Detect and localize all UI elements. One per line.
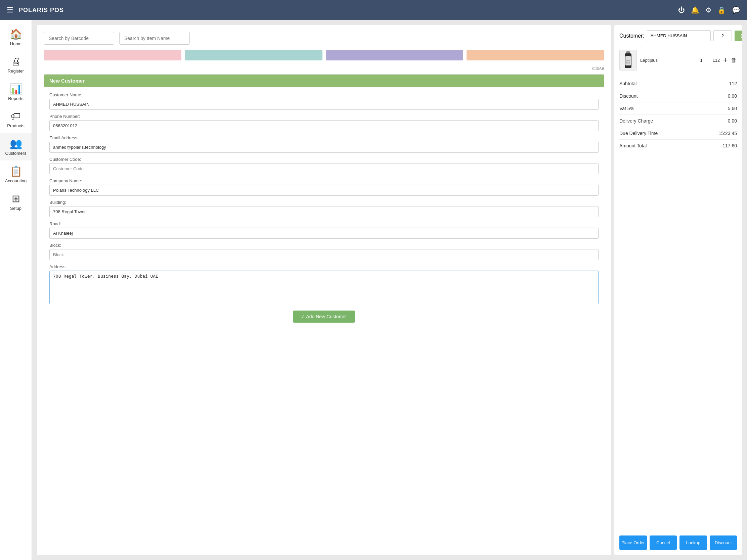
sidebar-item-setup[interactable]: ⊞ Setup xyxy=(0,188,31,216)
sidebar-item-home[interactable]: 🏠 Home xyxy=(0,24,31,51)
due-delivery-row: Due Delivery Time 15:23:45 xyxy=(619,127,737,140)
category-btn-3[interactable] xyxy=(326,50,464,60)
vat-row: Vat 5% 5.60 xyxy=(619,102,737,115)
road-group: Road: xyxy=(49,221,598,239)
product-add-icon[interactable]: + xyxy=(723,56,727,64)
register-icon: 🖨 xyxy=(11,56,21,67)
power-icon[interactable]: ⏻ xyxy=(678,6,685,14)
lock-icon[interactable]: 🔒 xyxy=(717,6,726,14)
products-icon: 🏷 xyxy=(11,110,21,122)
subtotal-label: Subtotal xyxy=(619,81,637,86)
building-input[interactable] xyxy=(49,206,598,217)
product-delete-icon[interactable]: 🗑 xyxy=(731,57,737,64)
sidebar-item-products[interactable]: 🏷 Products xyxy=(0,106,31,133)
block-group: Block: xyxy=(49,243,598,260)
company-group: Company Name: xyxy=(49,178,598,196)
edit-button[interactable]: Edit xyxy=(735,31,742,41)
left-panel: Close New Customer Customer Name: Phone … xyxy=(37,25,611,555)
right-panel: Customer: Edit LEPTI PLUS Leptiplus xyxy=(614,25,742,555)
setup-icon: ⊞ xyxy=(12,193,20,205)
svg-rect-0 xyxy=(626,51,630,53)
new-customer-form: New Customer Customer Name: Phone Number… xyxy=(44,74,604,328)
app-title: POLARIS POS xyxy=(19,7,678,14)
sidebar-item-reports[interactable]: 📊 Reports xyxy=(0,78,31,106)
road-input[interactable] xyxy=(49,228,598,239)
sidebar-item-customers[interactable]: 👥 Customers xyxy=(0,133,31,160)
main-content: Close New Customer Customer Name: Phone … xyxy=(32,20,747,560)
phone-label: Phone Number: xyxy=(49,114,598,119)
sidebar: 🏠 Home 🖨 Register 📊 Reports 🏷 Products 👥… xyxy=(0,20,32,560)
discount-row: Discount 0.00 xyxy=(619,90,737,102)
company-label: Company Name: xyxy=(49,178,598,183)
form-header: New Customer xyxy=(44,75,604,87)
email-label: Email Address: xyxy=(49,135,598,140)
place-order-button[interactable]: Place Order xyxy=(619,535,647,550)
item-search-input[interactable] xyxy=(119,32,190,45)
subtotal-row: Subtotal 112 xyxy=(619,78,737,90)
product-price: 112 xyxy=(708,58,720,63)
building-group: Building: xyxy=(49,200,598,217)
sidebar-label-setup: Setup xyxy=(10,206,22,211)
app-layout: 🏠 Home 🖨 Register 📊 Reports 🏷 Products 👥… xyxy=(0,20,747,560)
phone-input[interactable] xyxy=(49,120,598,131)
product-name: Leptiplus xyxy=(640,58,695,63)
sidebar-label-reports: Reports xyxy=(8,96,24,101)
due-delivery-label: Due Delivery Time xyxy=(619,131,658,136)
address-group: Address: xyxy=(49,264,598,305)
company-input[interactable] xyxy=(49,185,598,196)
delivery-label: Delivery Charge xyxy=(619,118,653,124)
sidebar-item-accounting[interactable]: 📋 Accounting xyxy=(0,160,31,188)
category-row xyxy=(44,50,604,60)
search-row xyxy=(44,32,604,45)
sidebar-label-register: Register xyxy=(8,69,24,74)
customer-name-label: Customer Name: xyxy=(49,92,598,97)
menu-icon[interactable]: ☰ xyxy=(7,6,14,15)
category-btn-4[interactable] xyxy=(467,50,604,60)
code-label: Customer Code: xyxy=(49,157,598,162)
close-row: Close xyxy=(44,65,604,72)
customer-name-display[interactable] xyxy=(647,30,711,41)
customer-name-input[interactable] xyxy=(49,99,598,110)
bell-icon[interactable]: 🔔 xyxy=(691,6,699,14)
chat-icon[interactable]: 💬 xyxy=(732,6,740,14)
close-button[interactable]: Close xyxy=(592,66,604,71)
barcode-search-input[interactable] xyxy=(44,32,114,45)
phone-group: Phone Number: xyxy=(49,114,598,131)
category-btn-1[interactable] xyxy=(44,50,181,60)
home-icon: 🏠 xyxy=(10,28,22,40)
add-new-customer-button[interactable]: ✓ Add New Customer xyxy=(293,311,355,323)
block-label: Block: xyxy=(49,243,598,248)
customers-icon: 👥 xyxy=(10,138,22,150)
due-delivery-value: 15:23:45 xyxy=(719,131,737,136)
customer-label: Customer: xyxy=(619,33,644,39)
block-input[interactable] xyxy=(49,249,598,260)
address-textarea[interactable] xyxy=(49,271,598,304)
email-input[interactable] xyxy=(49,142,598,153)
vat-value: 5.60 xyxy=(728,106,737,111)
discount-button[interactable]: Discount xyxy=(710,535,737,550)
product-row: LEPTI PLUS Leptiplus 1 112 + 🗑 xyxy=(619,46,737,74)
road-label: Road: xyxy=(49,221,598,226)
form-body: Customer Name: Phone Number: Email Addre… xyxy=(44,87,604,328)
building-label: Building: xyxy=(49,200,598,205)
customer-header-row: Customer: Edit xyxy=(619,30,737,41)
category-btn-2[interactable] xyxy=(185,50,323,60)
code-group: Customer Code: xyxy=(49,157,598,174)
discount-value: 0.00 xyxy=(728,93,737,99)
product-qty: 1 xyxy=(698,58,705,63)
customer-qty-display[interactable] xyxy=(714,30,732,41)
delivery-row: Delivery Charge 0.00 xyxy=(619,115,737,127)
svg-text:PLUS: PLUS xyxy=(626,62,630,64)
code-input[interactable] xyxy=(49,163,598,174)
gear-icon[interactable]: ⚙ xyxy=(705,6,712,14)
email-group: Email Address: xyxy=(49,135,598,153)
sidebar-label-home: Home xyxy=(10,41,22,46)
amount-total-row: Amount Total 117.60 xyxy=(619,140,737,152)
cancel-button[interactable]: Cancel xyxy=(650,535,677,550)
delivery-value: 0.00 xyxy=(728,118,737,124)
sidebar-item-register[interactable]: 🖨 Register xyxy=(0,51,31,78)
discount-label: Discount xyxy=(619,93,638,99)
svg-text:LEPTI: LEPTI xyxy=(626,60,630,62)
order-summary: Subtotal 112 Discount 0.00 Vat 5% 5.60 D… xyxy=(619,78,737,530)
lookup-button[interactable]: Lookup xyxy=(679,535,707,550)
